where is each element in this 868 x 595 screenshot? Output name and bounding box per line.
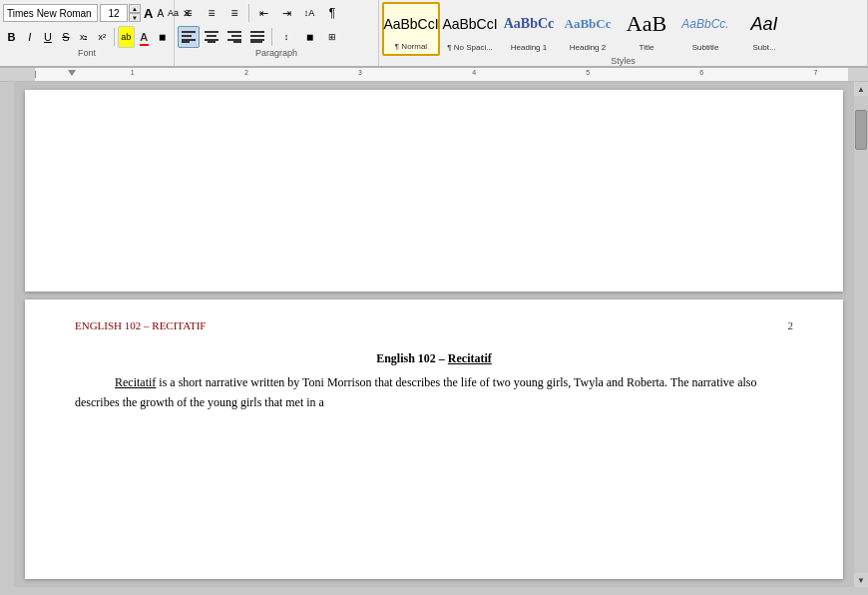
font-size-up[interactable]: ▲ (129, 4, 141, 13)
style-subt2-preview: AaI (750, 5, 777, 43)
svg-rect-9 (231, 35, 241, 37)
para-shading-btn[interactable]: ◼ (298, 26, 320, 48)
recitatif-underline: Recitatif (115, 375, 156, 389)
svg-rect-6 (205, 39, 218, 41)
style-subt2-text: AaI (750, 14, 777, 35)
header-right: 2 (788, 319, 794, 331)
underline-btn[interactable]: U (39, 26, 56, 48)
ruler-white: 1 2 3 4 5 6 7 (35, 68, 848, 81)
style-title[interactable]: AaB Title (618, 2, 675, 56)
ruler-num-7: 7 (813, 69, 817, 76)
style-heading1-preview: AaBbCc (504, 5, 555, 43)
right-scrollbar[interactable]: ▲ ▼ (854, 82, 868, 587)
superscript-btn[interactable]: x² (94, 26, 111, 48)
ribbon: ▲ ▼ A A Aa ✕ B I U S x₂ x² ab (0, 0, 868, 68)
style-normal-text: AaBbCcI (383, 16, 438, 32)
ruler-num-2: 2 (244, 69, 248, 76)
style-nospace[interactable]: AaBbCcI ¶ No Spaci... (441, 2, 499, 56)
decrease-indent-btn[interactable]: ⇤ (252, 2, 274, 24)
style-nospace-text: AaBbCcI (442, 16, 497, 32)
svg-rect-4 (205, 31, 218, 33)
align-left-btn[interactable] (178, 26, 200, 48)
shading-btn[interactable]: ◼ (154, 26, 171, 48)
paragraph-group-label: Paragraph (178, 48, 375, 58)
svg-rect-5 (207, 35, 217, 37)
bullets-btn[interactable]: ≡ (178, 2, 200, 24)
font-size-arrows: ▲ ▼ (129, 4, 141, 22)
style-heading2[interactable]: AaBbCc Heading 2 (559, 2, 617, 56)
page-body: Recitatif is a short narrative written b… (75, 372, 793, 413)
font-size-down[interactable]: ▼ (129, 13, 141, 22)
page-title-text: English 102 – (376, 351, 445, 365)
justify-btn[interactable] (246, 26, 268, 48)
font-group-label: Font (3, 48, 171, 58)
style-subt2-label: Subt... (752, 43, 775, 53)
sort-btn[interactable]: ↕A (298, 2, 320, 24)
ruler-num-5: 5 (586, 69, 590, 76)
scroll-down-arrow[interactable]: ▼ (854, 573, 868, 587)
svg-rect-14 (250, 39, 264, 41)
svg-rect-11 (233, 41, 241, 43)
scroll-track[interactable] (854, 96, 868, 573)
highlight-btn[interactable]: ab (118, 26, 135, 48)
shrink-font-btn[interactable]: A (156, 2, 165, 24)
scroll-up-arrow[interactable]: ▲ (854, 82, 868, 96)
style-title-label: Title (640, 43, 654, 53)
divider1 (114, 28, 115, 46)
svg-rect-2 (182, 39, 196, 41)
styles-group: AaBbCcI ¶ Normal AaBbCcI ¶ No Spaci... A… (379, 0, 868, 66)
page-2: ENGLISH 102 – RECITATIF 2 English 102 – … (25, 299, 843, 579)
svg-rect-7 (208, 41, 216, 43)
numbered-list-btn[interactable]: ≡ (201, 2, 222, 24)
increase-indent-btn[interactable]: ⇥ (275, 2, 297, 24)
font-group-bottom: B I U S x₂ x² ab A ◼ (3, 26, 171, 48)
subscript-btn[interactable]: x₂ (76, 26, 93, 48)
svg-rect-12 (250, 31, 264, 33)
page-content: English 102 – Recitatif Recitatif is a s… (25, 331, 843, 423)
style-heading1[interactable]: AaBbCc Heading 1 (500, 2, 558, 56)
para1-rest: is a short narrative written by Toni Mor… (75, 375, 757, 409)
svg-rect-0 (182, 31, 196, 33)
align-right-btn[interactable] (223, 26, 245, 48)
svg-rect-13 (250, 35, 264, 37)
style-heading2-text: AaBbCc (565, 16, 612, 32)
header-left: ENGLISH 102 – RECITATIF (75, 319, 206, 331)
multilevel-list-btn[interactable]: ≡ (223, 2, 245, 24)
line-spacing-btn[interactable]: ↕ (275, 26, 297, 48)
styles-group-label: Styles (382, 56, 864, 66)
scroll-thumb[interactable] (855, 110, 867, 150)
italic-btn[interactable]: I (21, 26, 38, 48)
styles-group-top: AaBbCcI ¶ Normal AaBbCcI ¶ No Spaci... A… (382, 2, 864, 56)
font-group-top: ▲ ▼ A A Aa ✕ (3, 2, 171, 24)
style-heading2-label: Heading 2 (570, 43, 606, 53)
font-color-btn[interactable]: A (136, 26, 153, 48)
style-subtitle-text: AaBbCc. (681, 17, 728, 31)
para-group-bottom: ↕ ◼ ⊞ (178, 26, 375, 48)
ruler-num-3: 3 (358, 69, 362, 76)
borders-btn[interactable]: ⊞ (321, 26, 343, 48)
style-heading2-preview: AaBbCc (565, 5, 612, 43)
ruler-num-4: 4 (472, 69, 476, 76)
style-heading1-text: AaBbCc (504, 16, 555, 32)
style-subtitle[interactable]: AaBbCc. Subtitle (676, 2, 734, 56)
align-center-btn[interactable] (201, 26, 222, 48)
font-size-input[interactable] (100, 4, 128, 22)
svg-rect-1 (182, 35, 192, 37)
left-scrollbar (0, 82, 14, 587)
style-heading1-label: Heading 1 (511, 43, 547, 53)
font-name-input[interactable] (3, 4, 98, 22)
bold-btn[interactable]: B (3, 26, 20, 48)
grow-font-btn[interactable]: A (143, 2, 154, 24)
style-subtitle-label: Subtitle (692, 43, 719, 53)
strikethrough-btn[interactable]: S (57, 26, 74, 48)
ruler-gray-right (848, 68, 868, 81)
style-subt2[interactable]: AaI Subt... (735, 2, 793, 56)
style-normal[interactable]: AaBbCcI ¶ Normal (382, 2, 440, 56)
svg-rect-15 (250, 41, 262, 43)
svg-rect-10 (227, 39, 241, 41)
style-normal-preview: AaBbCcI (383, 6, 438, 42)
document-scroll[interactable]: ENGLISH 102 – RECITATIF 2 English 102 – … (14, 82, 854, 587)
paragraph-1: Recitatif is a short narrative written b… (75, 372, 793, 413)
show-para-btn[interactable]: ¶ (321, 2, 343, 24)
page-header: ENGLISH 102 – RECITATIF 2 (25, 299, 843, 331)
